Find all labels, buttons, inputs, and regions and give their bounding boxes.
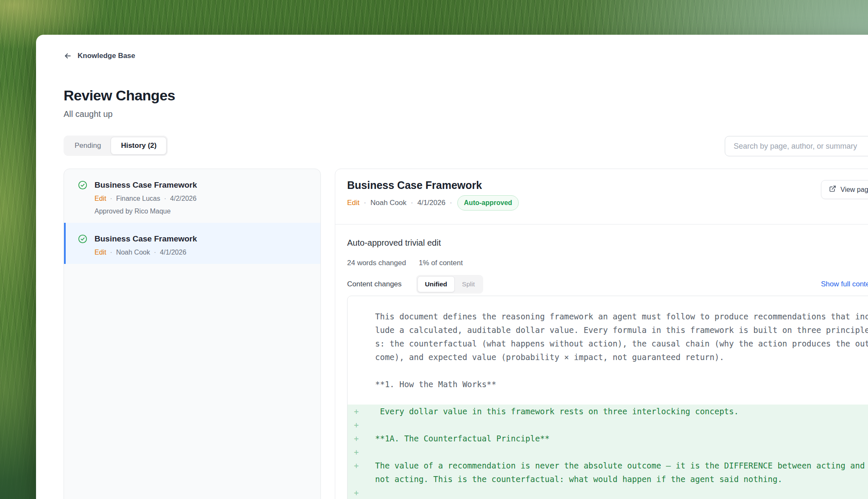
diff-line-text: Every dollar value in this framework res… xyxy=(375,407,739,416)
diff-context-line xyxy=(348,364,868,377)
back-arrow-icon xyxy=(64,52,72,60)
change-type: Edit xyxy=(95,195,106,202)
meta-separator: · xyxy=(110,249,112,256)
diff-plus-marker: + xyxy=(354,432,359,445)
change-type: Edit xyxy=(95,249,106,256)
diff-plus-marker: + xyxy=(354,459,359,472)
meta-separator: · xyxy=(154,249,156,256)
percent-content-stat: 1% of content xyxy=(419,259,463,267)
header-divider xyxy=(335,224,868,225)
change-author: Noah Cook xyxy=(370,199,406,207)
diff-added-line: +**1A. The Counterfactual Principle** xyxy=(348,432,868,445)
content-changes-row: Content changes Unified Split Show full … xyxy=(347,275,483,294)
words-changed-stat: 24 words changed xyxy=(347,259,406,267)
external-link-icon xyxy=(829,185,836,194)
detail-meta: Edit · Noah Cook · 4/1/2026 · Auto-appro… xyxy=(347,195,519,211)
change-author: Finance Lucas xyxy=(116,195,160,202)
list-item-title: Business Case Framework xyxy=(95,234,197,244)
diff-context-line: This document defines the reasoning fram… xyxy=(348,310,868,364)
change-type: Edit xyxy=(347,199,359,207)
change-author: Noah Cook xyxy=(116,249,150,256)
meta-separator: · xyxy=(164,195,166,202)
view-page-button[interactable]: View page xyxy=(821,180,868,199)
review-changes-window: Knowledge Base Review Changes All caught… xyxy=(36,35,868,499)
tab-pending[interactable]: Pending xyxy=(65,137,111,155)
change-detail-panel: Business Case Framework Edit · Noah Cook… xyxy=(335,169,868,499)
diff-context-line xyxy=(348,391,868,405)
diff-line-text: This document defines the reasoning fram… xyxy=(375,312,868,362)
meta-separator: · xyxy=(110,195,112,202)
diff-viewer: This document defines the reasoning fram… xyxy=(347,296,868,499)
diff-context-line: **1. How the Math Works** xyxy=(348,377,868,391)
change-list-item[interactable]: Business Case FrameworkEdit·Noah Cook·4/… xyxy=(64,223,320,264)
auto-approved-badge: Auto-approved xyxy=(457,195,519,211)
show-full-content-link[interactable]: Show full content xyxy=(821,275,868,294)
diff-line-text: The value of a recommendation is never t… xyxy=(375,461,868,484)
change-list-panel: Business Case FrameworkEdit·Finance Luca… xyxy=(64,169,321,499)
diff-plus-marker: + xyxy=(354,405,359,418)
diff-plus-marker: + xyxy=(354,418,359,432)
list-item-meta: Edit·Finance Lucas·4/2/2026 xyxy=(95,195,197,202)
diff-plus-marker: + xyxy=(354,445,359,459)
content-changes-label: Content changes xyxy=(347,280,402,288)
split-view-button[interactable]: Split xyxy=(455,276,482,292)
diff-line-text: **1. How the Math Works** xyxy=(375,380,496,389)
meta-separator: · xyxy=(364,199,366,207)
change-list-item[interactable]: Business Case FrameworkEdit·Finance Luca… xyxy=(64,169,320,223)
tab-history[interactable]: History (2) xyxy=(111,137,167,155)
change-stats: 24 words changed 1% of content xyxy=(347,259,463,267)
list-item-meta: Edit·Noah Cook·4/1/2026 xyxy=(95,249,197,256)
list-item-title: Business Case Framework xyxy=(95,180,197,190)
search-input[interactable] xyxy=(725,136,868,156)
page-subtitle: All caught up xyxy=(64,109,113,119)
diff-added-line: +The value of a recommendation is never … xyxy=(348,459,868,486)
diff-line-text: **1A. The Counterfactual Principle** xyxy=(375,434,550,443)
meta-separator: · xyxy=(450,199,452,207)
change-date: 4/2/2026 xyxy=(170,195,196,202)
unified-view-button[interactable]: Unified xyxy=(417,276,455,292)
approved-check-icon xyxy=(78,180,87,215)
diff-plus-marker: + xyxy=(354,486,359,499)
change-date: 4/1/2026 xyxy=(160,249,186,256)
list-item-content: Business Case FrameworkEdit·Finance Luca… xyxy=(78,180,310,215)
back-label: Knowledge Base xyxy=(78,52,135,60)
meta-separator: · xyxy=(411,199,413,207)
list-item-body: Business Case FrameworkEdit·Noah Cook·4/… xyxy=(95,234,197,256)
back-link[interactable]: Knowledge Base xyxy=(64,52,135,60)
detail-page-title: Business Case Framework xyxy=(347,179,482,191)
page-title: Review Changes xyxy=(64,87,175,104)
change-date: 4/1/2026 xyxy=(417,199,445,207)
tab-bar: Pending History (2) xyxy=(64,136,168,156)
approval-note: Approved by Rico Maque xyxy=(95,208,197,215)
list-item-body: Business Case FrameworkEdit·Finance Luca… xyxy=(95,180,197,215)
diff-added-line: + xyxy=(348,445,868,459)
approved-check-icon xyxy=(78,234,87,256)
diff-added-line: + Every dollar value in this framework r… xyxy=(348,405,868,418)
diff-view-toggle: Unified Split xyxy=(416,275,484,294)
view-page-label: View page xyxy=(840,186,868,194)
change-summary: Auto-approved trivial edit xyxy=(347,238,441,248)
list-item-content: Business Case FrameworkEdit·Noah Cook·4/… xyxy=(78,234,310,256)
diff-added-line: + xyxy=(348,486,868,499)
diff-added-line: + xyxy=(348,418,868,432)
